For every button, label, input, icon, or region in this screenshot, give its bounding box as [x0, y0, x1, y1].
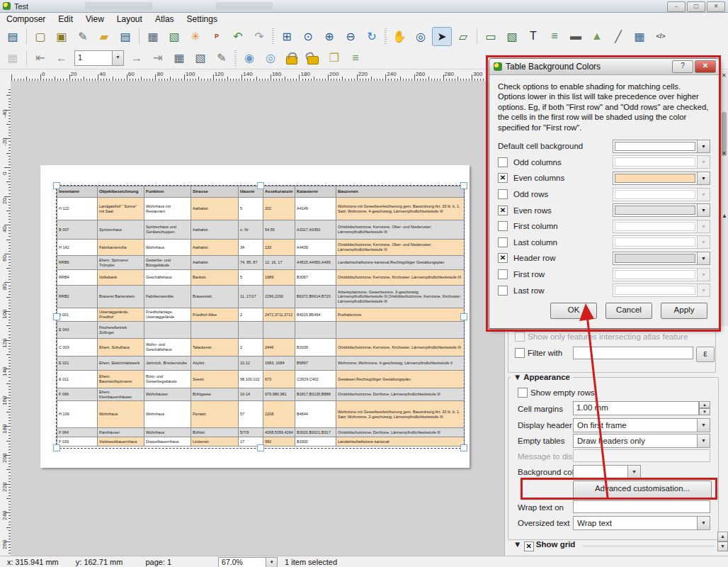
select-move-item-icon[interactable]: ➤	[432, 27, 452, 46]
add-html-icon[interactable]: </>	[651, 27, 671, 46]
ungroup-items-icon[interactable]: ◎	[261, 48, 280, 67]
zoom-level-select[interactable]: 67.0%▼	[218, 557, 278, 567]
atlas-settings-icon[interactable]: ✎	[212, 48, 232, 67]
minimize-button[interactable]: –	[667, 1, 686, 12]
atlas-feature-spinbox[interactable]: 1▼	[74, 50, 124, 66]
dialog-titlebar[interactable]: Table Background Colors ? ✕	[489, 59, 719, 75]
show-grid-checkbox[interactable]: ✕	[524, 541, 534, 551]
zoom-region-icon[interactable]: ◎	[411, 27, 431, 46]
filter-with-checkbox[interactable]	[515, 348, 525, 358]
menu-settings[interactable]: Settings	[181, 13, 224, 26]
option-checkbox[interactable]	[498, 221, 508, 231]
save-as-icon[interactable]: ▤	[115, 27, 135, 46]
atlas-prev-feature-icon[interactable]: ←	[52, 48, 72, 67]
selection-handle[interactable]	[53, 313, 60, 320]
background-color-select[interactable]: ▼	[573, 465, 641, 479]
cell-margins-input[interactable]: 1.00 mm	[573, 401, 699, 415]
panel-scroll-up-icon[interactable]: ▲	[722, 213, 728, 219]
atlas-next-feature-icon[interactable]: →	[127, 48, 147, 67]
panel-scrollbar-thumb[interactable]	[722, 112, 727, 156]
maximize-button[interactable]: ▢	[687, 1, 705, 12]
empty-tables-select[interactable]: Draw headers only▼	[573, 434, 710, 448]
composer-manager-icon[interactable]: ✎	[73, 27, 93, 46]
panel-close-icon[interactable]: ✕	[722, 150, 728, 157]
add-legend-icon[interactable]: ≡	[545, 27, 564, 46]
add-image-icon[interactable]: ▧	[502, 27, 522, 46]
export-svg-icon[interactable]: ✳	[186, 27, 205, 46]
selection-handle[interactable]	[257, 182, 264, 189]
show-empty-rows-checkbox[interactable]	[518, 388, 528, 398]
add-label-icon[interactable]: T	[523, 27, 543, 46]
atlas-first-feature-icon[interactable]: ⇤	[30, 48, 50, 67]
atlas-last-feature-icon[interactable]: ⇥	[148, 48, 168, 67]
wrap-text-on-input[interactable]	[573, 500, 710, 513]
ok-button[interactable]: OK	[550, 303, 597, 319]
add-scalebar-icon[interactable]: ▬	[566, 27, 586, 46]
selection-handle[interactable]	[460, 444, 467, 451]
advanced-customisation-button[interactable]: Advanced customisation...	[573, 481, 712, 498]
zoom-full-icon[interactable]: ⊞	[277, 27, 297, 46]
export-image-icon[interactable]: ▧	[164, 27, 184, 46]
cancel-button[interactable]: Cancel	[605, 303, 652, 319]
add-map-icon[interactable]: ▭	[481, 27, 501, 46]
undo-icon[interactable]: ↶	[228, 27, 248, 46]
selection-handle[interactable]	[53, 182, 60, 189]
help-button[interactable]: ?	[672, 60, 693, 73]
selection-handle[interactable]	[53, 444, 60, 451]
selection-handle[interactable]	[257, 444, 264, 451]
align-items-icon[interactable]: ≡	[346, 48, 365, 67]
option-checkbox[interactable]: ✕	[498, 253, 508, 263]
unlock-items-icon[interactable]	[303, 48, 323, 67]
option-checkbox[interactable]	[498, 157, 508, 167]
menu-edit[interactable]: Edit	[52, 13, 79, 26]
save-project-icon[interactable]: ▤	[3, 27, 23, 46]
atlas-export-icon[interactable]: ▧	[190, 48, 210, 67]
menu-composer[interactable]: Composer	[0, 13, 52, 26]
show-grid-group-title[interactable]: ▼ ✕ Show grid	[511, 540, 578, 551]
color-select[interactable]: ▼	[613, 140, 710, 153]
raise-items-icon[interactable]: ❐	[324, 48, 344, 67]
panel-scroll-down-icon[interactable]: ▼	[717, 541, 728, 551]
duplicate-composition-icon[interactable]: ▣	[52, 27, 72, 46]
option-checkbox[interactable]	[498, 269, 508, 279]
selection-handle[interactable]	[460, 313, 467, 320]
display-header-select[interactable]: On first frame▼	[573, 418, 710, 432]
appearance-group-title[interactable]: ▼ Appearance	[511, 373, 573, 381]
add-attribute-table-icon[interactable]: ▦	[630, 27, 649, 46]
close-button[interactable]: ✕	[707, 1, 725, 12]
expression-builder-button[interactable]: ε	[696, 347, 715, 362]
move-item-content-icon[interactable]: ▱	[453, 27, 473, 46]
attribute-table-item[interactable]: InventarnrObjektbezeichnungFunktionStras…	[57, 186, 464, 448]
add-arrow-icon[interactable]: ╱	[608, 27, 628, 46]
panel-scroll-up-icon[interactable]: ▲	[717, 532, 728, 541]
color-select[interactable]: ▼	[613, 252, 710, 265]
composer-canvas[interactable]: InventarnrObjektbezeichnungFunktionStras…	[11, 81, 504, 556]
dialog-close-button[interactable]: ✕	[695, 60, 716, 73]
color-select[interactable]: ▼	[613, 172, 710, 185]
atlas-feature-value[interactable]: 1	[74, 50, 113, 66]
menu-view[interactable]: View	[79, 13, 110, 26]
refresh-view-icon[interactable]: ↻	[362, 27, 382, 46]
option-checkbox[interactable]	[498, 286, 508, 296]
menu-layout[interactable]: Layout	[110, 13, 149, 26]
atlas-filter-checkbox[interactable]	[515, 332, 525, 342]
filter-expression-input[interactable]	[573, 347, 693, 359]
chevron-down-icon[interactable]: ▼	[113, 50, 124, 66]
selection-handle[interactable]	[460, 182, 467, 189]
option-checkbox[interactable]	[498, 189, 508, 199]
lock-items-icon[interactable]	[282, 48, 302, 67]
print-icon[interactable]: ▦	[143, 27, 163, 46]
panel-close-icon[interactable]: ✕	[722, 72, 728, 79]
cell-margins-up-icon[interactable]: ▲	[699, 401, 710, 408]
new-composition-icon[interactable]: ▢	[30, 27, 50, 46]
pan-icon[interactable]: ✋	[389, 27, 409, 46]
option-checkbox[interactable]	[498, 237, 508, 247]
group-items-icon[interactable]: ◉	[239, 48, 259, 67]
option-checkbox[interactable]: ✕	[498, 206, 508, 215]
zoom-actual-icon[interactable]: ⊙	[298, 27, 318, 46]
export-pdf-icon[interactable]: P	[207, 27, 227, 46]
menu-atlas[interactable]: Atlas	[149, 13, 181, 26]
oversized-text-select[interactable]: Wrap text▼	[573, 516, 710, 530]
color-select[interactable]: ▼	[613, 203, 710, 217]
redo-icon[interactable]: ↷	[249, 27, 269, 46]
